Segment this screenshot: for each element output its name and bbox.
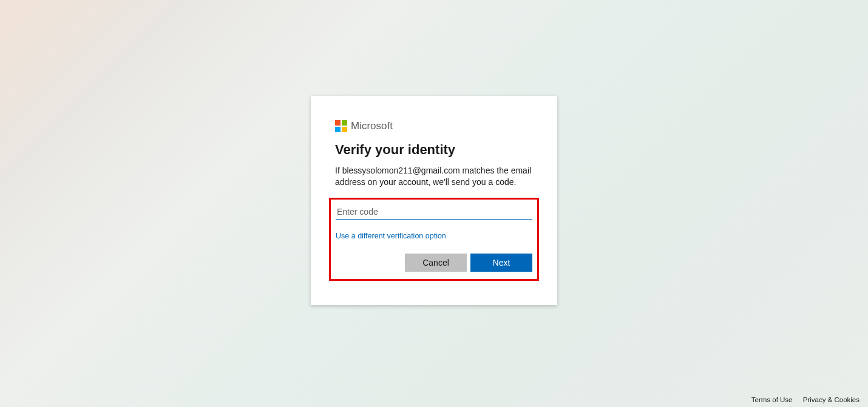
code-input[interactable] <box>336 203 532 220</box>
dialog-title: Verify your identity <box>335 142 533 158</box>
use-different-option-link[interactable]: Use a different verification option <box>336 232 446 240</box>
verify-identity-card: Microsoft Verify your identity If blessy… <box>311 96 557 305</box>
privacy-cookies-link[interactable]: Privacy & Cookies <box>803 396 860 403</box>
footer-links: Terms of Use Privacy & Cookies <box>743 396 860 403</box>
next-button[interactable]: Next <box>470 254 532 272</box>
highlighted-form-area: Use a different verification option Canc… <box>329 198 539 281</box>
terms-of-use-link[interactable]: Terms of Use <box>751 396 793 403</box>
svg-rect-0 <box>335 120 341 126</box>
brand-name: Microsoft <box>351 120 393 132</box>
brand-logo-row: Microsoft <box>335 120 533 132</box>
button-row: Cancel Next <box>336 254 532 272</box>
cancel-button[interactable]: Cancel <box>405 254 467 272</box>
svg-rect-2 <box>335 127 341 132</box>
dialog-description: If blessysolomon211@gmail.com matches th… <box>335 165 533 188</box>
svg-rect-3 <box>342 127 347 132</box>
microsoft-logo-icon <box>335 120 347 132</box>
svg-rect-1 <box>342 120 347 126</box>
